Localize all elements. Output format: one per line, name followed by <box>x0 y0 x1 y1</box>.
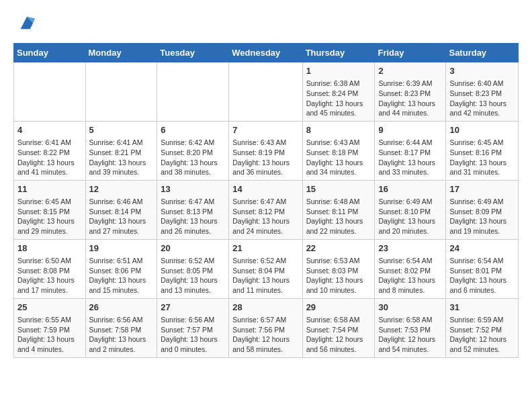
calendar-cell <box>85 62 157 122</box>
day-info: Sunrise: 6:49 AM Sunset: 8:10 PM Dayligh… <box>378 197 442 236</box>
calendar-table: SundayMondayTuesdayWednesdayThursdayFrid… <box>13 43 519 358</box>
day-info: Sunrise: 6:46 AM Sunset: 8:14 PM Dayligh… <box>89 197 154 236</box>
day-info: Sunrise: 6:56 AM Sunset: 7:57 PM Dayligh… <box>161 315 225 355</box>
calendar-week-4: 18Sunrise: 6:50 AM Sunset: 8:08 PM Dayli… <box>14 239 519 298</box>
day-info: Sunrise: 6:40 AM Sunset: 8:23 PM Dayligh… <box>449 79 515 118</box>
calendar-cell: 31Sunrise: 6:59 AM Sunset: 7:52 PM Dayli… <box>446 298 519 357</box>
day-number: 6 <box>161 124 225 136</box>
day-number: 29 <box>306 302 371 314</box>
calendar-week-1: 1Sunrise: 6:38 AM Sunset: 8:24 PM Daylig… <box>14 62 519 122</box>
day-info: Sunrise: 6:52 AM Sunset: 8:05 PM Dayligh… <box>161 256 225 295</box>
calendar-header-tuesday: Tuesday <box>157 44 229 62</box>
calendar-cell: 6Sunrise: 6:42 AM Sunset: 8:20 PM Daylig… <box>157 121 229 180</box>
calendar-cell: 12Sunrise: 6:46 AM Sunset: 8:14 PM Dayli… <box>85 180 157 239</box>
calendar-cell: 1Sunrise: 6:38 AM Sunset: 8:24 PM Daylig… <box>302 62 375 122</box>
calendar-cell: 2Sunrise: 6:39 AM Sunset: 8:23 PM Daylig… <box>375 62 446 122</box>
day-number: 10 <box>449 124 515 136</box>
calendar-cell: 28Sunrise: 6:57 AM Sunset: 7:56 PM Dayli… <box>229 298 302 357</box>
calendar-week-3: 11Sunrise: 6:45 AM Sunset: 8:15 PM Dayli… <box>14 180 519 239</box>
day-number: 14 <box>232 183 298 195</box>
logo <box>13 13 36 32</box>
calendar-header-wednesday: Wednesday <box>229 44 302 62</box>
day-number: 9 <box>378 124 442 136</box>
calendar-cell: 15Sunrise: 6:48 AM Sunset: 8:11 PM Dayli… <box>302 180 375 239</box>
calendar-header-row: SundayMondayTuesdayWednesdayThursdayFrid… <box>14 44 519 62</box>
calendar-cell: 24Sunrise: 6:54 AM Sunset: 8:01 PM Dayli… <box>446 239 519 298</box>
day-info: Sunrise: 6:43 AM Sunset: 8:18 PM Dayligh… <box>306 138 371 177</box>
calendar-cell: 14Sunrise: 6:47 AM Sunset: 8:12 PM Dayli… <box>229 180 302 239</box>
calendar-cell: 7Sunrise: 6:43 AM Sunset: 8:19 PM Daylig… <box>229 121 302 180</box>
day-number: 15 <box>306 183 371 195</box>
day-info: Sunrise: 6:53 AM Sunset: 8:03 PM Dayligh… <box>306 256 371 295</box>
day-number: 23 <box>378 242 442 255</box>
day-info: Sunrise: 6:38 AM Sunset: 8:24 PM Dayligh… <box>306 79 371 118</box>
calendar-header-monday: Monday <box>85 44 157 62</box>
day-info: Sunrise: 6:49 AM Sunset: 8:09 PM Dayligh… <box>449 197 515 236</box>
day-number: 1 <box>306 65 371 77</box>
day-number: 2 <box>378 65 442 77</box>
calendar-cell: 8Sunrise: 6:43 AM Sunset: 8:18 PM Daylig… <box>302 121 375 180</box>
calendar-header-saturday: Saturday <box>446 44 519 62</box>
day-number: 26 <box>89 302 154 314</box>
day-number: 18 <box>17 242 82 255</box>
day-info: Sunrise: 6:52 AM Sunset: 8:04 PM Dayligh… <box>232 256 298 295</box>
day-number: 22 <box>306 242 371 255</box>
day-number: 30 <box>378 302 442 314</box>
calendar-cell: 29Sunrise: 6:58 AM Sunset: 7:54 PM Dayli… <box>302 298 375 357</box>
day-number: 4 <box>17 124 82 136</box>
calendar-header-thursday: Thursday <box>302 44 375 62</box>
day-info: Sunrise: 6:39 AM Sunset: 8:23 PM Dayligh… <box>378 79 442 118</box>
calendar-cell: 4Sunrise: 6:41 AM Sunset: 8:22 PM Daylig… <box>14 121 86 180</box>
day-info: Sunrise: 6:57 AM Sunset: 7:56 PM Dayligh… <box>232 315 298 355</box>
day-info: Sunrise: 6:47 AM Sunset: 8:13 PM Dayligh… <box>161 197 225 236</box>
calendar-cell: 25Sunrise: 6:55 AM Sunset: 7:59 PM Dayli… <box>14 298 86 357</box>
day-info: Sunrise: 6:41 AM Sunset: 8:22 PM Dayligh… <box>17 138 82 177</box>
calendar-cell <box>14 62 86 122</box>
day-number: 8 <box>306 124 371 136</box>
calendar-cell: 11Sunrise: 6:45 AM Sunset: 8:15 PM Dayli… <box>14 180 86 239</box>
day-info: Sunrise: 6:54 AM Sunset: 8:01 PM Dayligh… <box>449 256 515 295</box>
day-info: Sunrise: 6:47 AM Sunset: 8:12 PM Dayligh… <box>232 197 298 236</box>
day-number: 21 <box>232 242 298 255</box>
day-number: 28 <box>232 302 298 314</box>
day-info: Sunrise: 6:48 AM Sunset: 8:11 PM Dayligh… <box>306 197 371 236</box>
calendar-cell: 18Sunrise: 6:50 AM Sunset: 8:08 PM Dayli… <box>14 239 86 298</box>
day-number: 25 <box>17 302 82 314</box>
day-number: 27 <box>161 302 225 314</box>
day-info: Sunrise: 6:45 AM Sunset: 8:16 PM Dayligh… <box>449 138 515 177</box>
calendar-cell: 5Sunrise: 6:41 AM Sunset: 8:21 PM Daylig… <box>85 121 157 180</box>
calendar-cell: 16Sunrise: 6:49 AM Sunset: 8:10 PM Dayli… <box>375 180 446 239</box>
day-info: Sunrise: 6:44 AM Sunset: 8:17 PM Dayligh… <box>378 138 442 177</box>
day-info: Sunrise: 6:56 AM Sunset: 7:58 PM Dayligh… <box>89 315 154 355</box>
day-info: Sunrise: 6:51 AM Sunset: 8:06 PM Dayligh… <box>89 256 154 295</box>
calendar-cell <box>157 62 229 122</box>
day-number: 13 <box>161 183 225 195</box>
calendar-cell: 13Sunrise: 6:47 AM Sunset: 8:13 PM Dayli… <box>157 180 229 239</box>
day-number: 12 <box>89 183 154 195</box>
calendar-cell: 3Sunrise: 6:40 AM Sunset: 8:23 PM Daylig… <box>446 62 519 122</box>
day-info: Sunrise: 6:59 AM Sunset: 7:52 PM Dayligh… <box>449 315 515 355</box>
day-info: Sunrise: 6:41 AM Sunset: 8:21 PM Dayligh… <box>89 138 154 177</box>
calendar-header-friday: Friday <box>375 44 446 62</box>
day-info: Sunrise: 6:50 AM Sunset: 8:08 PM Dayligh… <box>17 256 82 295</box>
page-header <box>13 13 519 32</box>
day-number: 20 <box>161 242 225 255</box>
day-info: Sunrise: 6:58 AM Sunset: 7:54 PM Dayligh… <box>306 315 371 355</box>
calendar-cell: 20Sunrise: 6:52 AM Sunset: 8:05 PM Dayli… <box>157 239 229 298</box>
day-info: Sunrise: 6:58 AM Sunset: 7:53 PM Dayligh… <box>378 315 442 355</box>
calendar-cell: 30Sunrise: 6:58 AM Sunset: 7:53 PM Dayli… <box>375 298 446 357</box>
calendar-cell: 9Sunrise: 6:44 AM Sunset: 8:17 PM Daylig… <box>375 121 446 180</box>
day-info: Sunrise: 6:43 AM Sunset: 8:19 PM Dayligh… <box>232 138 298 177</box>
calendar-header-sunday: Sunday <box>14 44 86 62</box>
day-number: 5 <box>89 124 154 136</box>
calendar-cell: 23Sunrise: 6:54 AM Sunset: 8:02 PM Dayli… <box>375 239 446 298</box>
day-number: 17 <box>449 183 515 195</box>
day-number: 7 <box>232 124 298 136</box>
day-info: Sunrise: 6:55 AM Sunset: 7:59 PM Dayligh… <box>17 315 82 355</box>
logo-icon <box>17 13 36 32</box>
day-number: 3 <box>449 65 515 77</box>
day-number: 19 <box>89 242 154 255</box>
day-info: Sunrise: 6:42 AM Sunset: 8:20 PM Dayligh… <box>161 138 225 177</box>
calendar-cell: 22Sunrise: 6:53 AM Sunset: 8:03 PM Dayli… <box>302 239 375 298</box>
day-number: 11 <box>17 183 82 195</box>
